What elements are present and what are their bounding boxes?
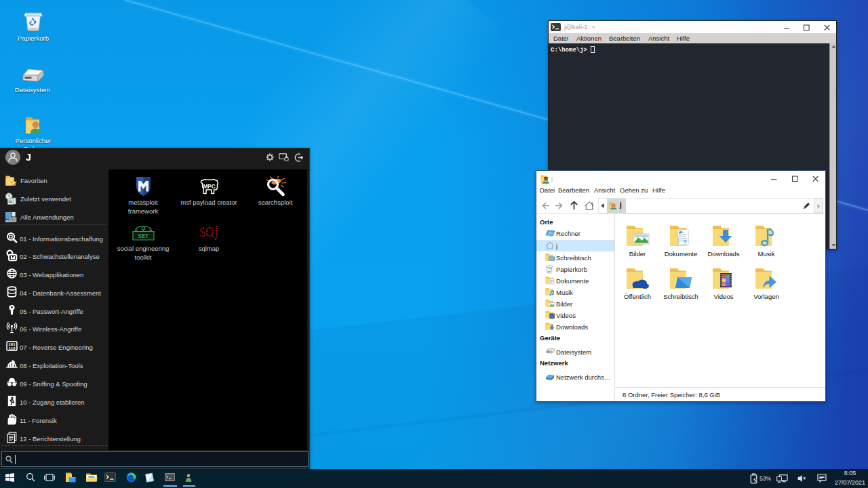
svg-text:MPC: MPC [203, 183, 215, 189]
svg-text:110: 110 [8, 346, 16, 351]
svg-text:SET: SET [138, 233, 148, 240]
